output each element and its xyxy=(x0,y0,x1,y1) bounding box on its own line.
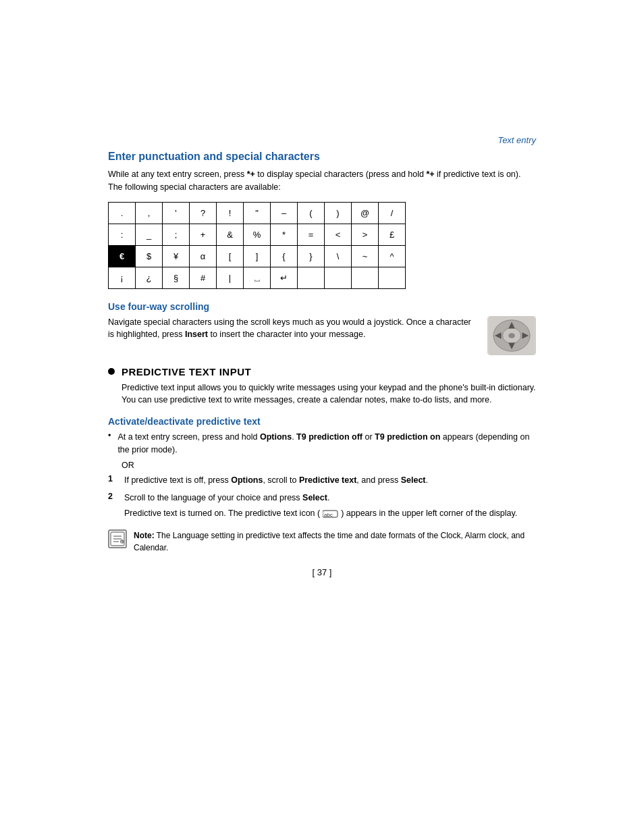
char-cell: | xyxy=(217,267,244,288)
char-cell-euro: € xyxy=(109,245,136,267)
char-cell xyxy=(298,267,325,288)
bullet-item-text: At a text entry screen, press and hold O… xyxy=(117,431,536,457)
char-cell: ! xyxy=(217,202,244,224)
select-label2: Select xyxy=(302,493,327,502)
char-cell: ¥ xyxy=(163,245,190,267)
options-label2: Options xyxy=(231,475,263,485)
char-cell: ' xyxy=(163,202,190,224)
section-activate: Activate/deactivate predictive text • At… xyxy=(108,416,536,554)
options-label1: Options xyxy=(260,432,292,442)
t9-off-label: T9 prediction off xyxy=(296,432,363,442)
char-cell: ↵ xyxy=(271,267,298,288)
key2-label: *+ xyxy=(426,170,434,179)
svg-text:abc: abc xyxy=(324,512,333,518)
char-cell: + xyxy=(190,224,217,245)
joystick-svg xyxy=(487,316,536,355)
numbered-item-2: 2 Scroll to the language of your choice … xyxy=(108,492,536,504)
section1-body: While at any text entry screen, press *+… xyxy=(108,168,536,194)
item2-subtext: Predictive text is turned on. The predic… xyxy=(124,507,536,520)
char-cell: " xyxy=(244,202,271,224)
section-scrolling: Use four-way scrolling Navigate special … xyxy=(108,301,536,355)
page-label: Text entry xyxy=(108,135,536,145)
char-cell: : xyxy=(109,224,136,245)
char-cell: [ xyxy=(217,245,244,267)
section-predictive: PREDICTIVE TEXT INPUT Predictive text in… xyxy=(108,366,536,407)
char-cell: ? xyxy=(190,202,217,224)
content-area: Text entry Enter punctuation and special… xyxy=(0,0,644,618)
note-icon: i xyxy=(108,529,127,548)
note-text: Note: The Language setting in predictive… xyxy=(134,529,536,554)
bullet-symbol: • xyxy=(108,431,111,457)
section2-title: Use four-way scrolling xyxy=(108,301,536,312)
char-cell: > xyxy=(352,224,379,245)
note-svg: i xyxy=(109,531,126,547)
item2-text: Scroll to the language of your choice an… xyxy=(124,492,329,504)
char-cell: * xyxy=(271,224,298,245)
char-cell: ; xyxy=(163,224,190,245)
section3-body: Predictive text input allows you to quic… xyxy=(122,382,536,407)
section4-title: Activate/deactivate predictive text xyxy=(108,416,536,427)
char-cell: £ xyxy=(379,224,406,245)
numbered-item-1: 1 If predictive text is off, press Optio… xyxy=(108,474,536,487)
char-cell: $ xyxy=(136,245,163,267)
char-cell: ⎵ xyxy=(244,267,271,288)
char-cell: ) xyxy=(325,202,352,224)
char-cell: , xyxy=(136,202,163,224)
item2-number: 2 xyxy=(108,492,117,504)
item1-text: If predictive text is off, press Options… xyxy=(124,474,428,487)
char-cell: # xyxy=(190,267,217,288)
char-cell xyxy=(325,267,352,288)
joystick-image xyxy=(487,316,536,355)
bullet-dot-icon xyxy=(108,368,115,375)
char-cell: @ xyxy=(352,202,379,224)
section1-title: Enter punctuation and special characters xyxy=(108,151,536,163)
insert-label: Insert xyxy=(185,330,208,339)
char-cell: { xyxy=(271,245,298,267)
predictive-icon: abc xyxy=(323,509,339,519)
char-cell: . xyxy=(109,202,136,224)
svg-point-7 xyxy=(508,333,515,338)
char-cell: ( xyxy=(298,202,325,224)
char-cell: α xyxy=(190,245,217,267)
char-cell: ¡ xyxy=(109,267,136,288)
char-cell: % xyxy=(244,224,271,245)
char-cell: < xyxy=(325,224,352,245)
char-cell: } xyxy=(298,245,325,267)
predictive-title: PREDICTIVE TEXT INPUT xyxy=(122,366,251,377)
char-cell: ~ xyxy=(352,245,379,267)
activate-bullet-item: • At a text entry screen, press and hold… xyxy=(108,431,536,457)
scrolling-content: Navigate special characters using the sc… xyxy=(108,316,536,355)
text-entry-label: Text entry xyxy=(498,135,536,145)
char-cell: & xyxy=(217,224,244,245)
char-cell: – xyxy=(271,202,298,224)
note-label: Note: xyxy=(134,531,155,540)
char-cell: \ xyxy=(325,245,352,267)
char-cell: / xyxy=(379,202,406,224)
char-cell: _ xyxy=(136,224,163,245)
char-cell: = xyxy=(298,224,325,245)
special-chars-table: . , ' ? ! " – ( ) @ / : _ xyxy=(108,202,406,289)
page: Text entry Enter punctuation and special… xyxy=(0,0,644,834)
page-number: [ 37 ] xyxy=(108,567,536,577)
predictive-title-row: PREDICTIVE TEXT INPUT xyxy=(108,366,536,377)
char-cell: ^ xyxy=(379,245,406,267)
or-label: OR xyxy=(122,461,536,470)
section-punctuation: Enter punctuation and special characters… xyxy=(108,151,536,289)
char-cell xyxy=(352,267,379,288)
section2-body: Navigate special characters using the sc… xyxy=(108,316,477,342)
t9-on-label: T9 prediction on xyxy=(375,432,440,442)
char-cell: ] xyxy=(244,245,271,267)
char-cell: § xyxy=(163,267,190,288)
char-cell: ¿ xyxy=(136,267,163,288)
key1-label: *+ xyxy=(247,170,255,179)
item1-number: 1 xyxy=(108,474,117,487)
predictive-text-label: Predictive text xyxy=(299,475,356,485)
note-box: i Note: The Language setting in predicti… xyxy=(108,529,536,554)
select-label1: Select xyxy=(401,475,426,485)
char-cell xyxy=(379,267,406,288)
